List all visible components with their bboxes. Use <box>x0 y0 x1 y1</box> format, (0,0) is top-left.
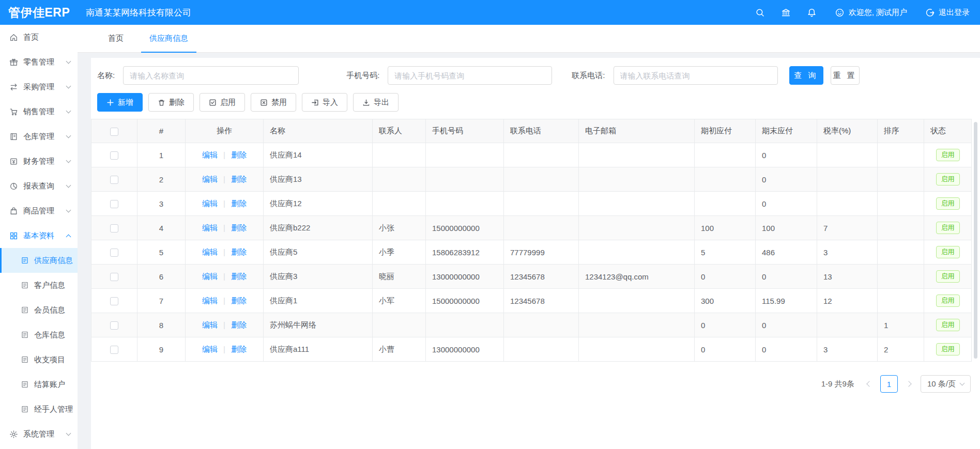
table-row: 9 编辑 | 删除 供应商a111 小曹 13000000000 0 0 3 2… <box>91 337 972 362</box>
cell-index: 5 <box>137 240 186 265</box>
link-separator: | <box>223 272 225 281</box>
edit-link[interactable]: 编辑 <box>202 320 218 329</box>
sidebar-subitem[interactable]: 收支项目 <box>0 347 78 372</box>
phone-label: 手机号码: <box>346 71 379 81</box>
delete-link[interactable]: 删除 <box>231 199 247 208</box>
edit-link[interactable]: 编辑 <box>202 175 218 183</box>
row-checkbox[interactable] <box>110 224 118 233</box>
reset-button[interactable]: 重 置 <box>831 66 860 85</box>
row-checkbox[interactable] <box>110 176 118 184</box>
delete-link[interactable]: 删除 <box>231 345 247 353</box>
sidebar-item-0[interactable]: 首页 <box>0 25 78 50</box>
welcome-text: 欢迎您, 测试用户 <box>849 8 907 18</box>
header-actions: 欢迎您, 测试用户 退出登录 <box>740 7 980 18</box>
tel-label: 联系电话: <box>572 71 605 81</box>
sidebar-subitem[interactable]: 客户信息 <box>0 273 78 298</box>
edit-link[interactable]: 编辑 <box>202 296 218 305</box>
select-all-checkbox[interactable] <box>110 128 118 136</box>
logout-button[interactable]: 退出登录 <box>925 7 970 18</box>
trash-icon <box>158 99 165 106</box>
tab-0[interactable]: 首页 <box>100 25 132 52</box>
sidebar-subitem[interactable]: 供应商信息 <box>0 248 78 273</box>
query-button[interactable]: 查 询 <box>789 66 823 85</box>
cell-opening-payable: 100 <box>695 216 756 240</box>
bell-icon[interactable] <box>807 7 817 18</box>
cell-email <box>579 192 695 216</box>
table-scrollbar[interactable] <box>974 122 977 359</box>
row-checkbox[interactable] <box>110 249 118 257</box>
sidebar-item-8[interactable]: 基本资料 <box>0 223 78 248</box>
import-button[interactable]: 导入 <box>302 93 347 112</box>
delete-link[interactable]: 删除 <box>231 223 247 232</box>
delete-link[interactable]: 删除 <box>231 296 247 305</box>
cell-mobile: 15806283912 <box>426 240 504 265</box>
next-page-button[interactable] <box>901 376 916 392</box>
sidebar-item-3[interactable]: 销售管理 <box>0 99 78 124</box>
delete-link[interactable]: 删除 <box>231 320 247 329</box>
tel-search-input[interactable] <box>614 66 778 85</box>
cell-mobile <box>426 143 504 167</box>
chevron-down-icon <box>66 183 71 188</box>
delete-link[interactable]: 删除 <box>231 175 247 183</box>
delete-link[interactable]: 删除 <box>231 272 247 281</box>
prev-page-button[interactable] <box>862 376 877 392</box>
chevron-down-icon <box>66 208 71 213</box>
column-header: 排序 <box>878 119 924 143</box>
row-checkbox[interactable] <box>110 346 118 354</box>
cell-tax-rate <box>817 167 878 192</box>
cell-tel: 12345678 <box>504 265 579 289</box>
delete-button[interactable]: 删除 <box>148 93 194 112</box>
cell-tax-rate: 13 <box>817 265 878 289</box>
row-checkbox[interactable] <box>110 297 118 305</box>
cell-email <box>579 216 695 240</box>
welcome-user[interactable]: 欢迎您, 测试用户 <box>835 7 907 18</box>
cell-status: 启用 <box>924 192 972 216</box>
enable-button[interactable]: 启用 <box>200 93 245 112</box>
export-button[interactable]: 导出 <box>353 93 399 112</box>
sidebar-item-7[interactable]: 商品管理 <box>0 198 78 223</box>
row-checkbox[interactable] <box>110 321 118 330</box>
sidebar-subitem[interactable]: 会员信息 <box>0 298 78 322</box>
row-checkbox[interactable] <box>110 151 118 160</box>
report-icon <box>9 182 18 191</box>
sidebar-item-6[interactable]: 报表查询 <box>0 174 78 198</box>
edit-link[interactable]: 编辑 <box>202 247 218 256</box>
name-search-input[interactable] <box>123 66 299 85</box>
sidebar-subitem[interactable]: 经手人管理 <box>0 397 78 422</box>
edit-link[interactable]: 编辑 <box>202 345 218 353</box>
sidebar-item-4[interactable]: 仓库管理 <box>0 124 78 149</box>
sidebar-item-5[interactable]: 财务管理 <box>0 149 78 174</box>
row-checkbox[interactable] <box>110 273 118 281</box>
sidebar-item-2[interactable]: 采购管理 <box>0 74 78 99</box>
cell-closing-payable: 100 <box>756 216 817 240</box>
cell-status: 启用 <box>924 265 972 289</box>
edit-link[interactable]: 编辑 <box>202 223 218 232</box>
cell-index: 3 <box>137 192 186 216</box>
sidebar-subitem[interactable]: 结算账户 <box>0 372 78 397</box>
cell-index: 7 <box>137 289 186 313</box>
page-size-select[interactable]: 10 条/页 <box>921 375 971 393</box>
sidebar-subitem[interactable]: 仓库信息 <box>0 322 78 347</box>
table-row: 7 编辑 | 删除 供应商1 小军 15000000000 12345678 3… <box>91 289 972 313</box>
cell-tel: 77779999 <box>504 240 579 265</box>
disable-button[interactable]: 禁用 <box>251 93 296 112</box>
finance-icon <box>9 157 18 166</box>
cell-mobile: 15000000000 <box>426 216 504 240</box>
edit-link[interactable]: 编辑 <box>202 150 218 159</box>
cell-opening-payable: 0 <box>695 337 756 362</box>
edit-link[interactable]: 编辑 <box>202 199 218 208</box>
phone-search-input[interactable] <box>388 66 552 85</box>
delete-link[interactable]: 删除 <box>231 247 247 256</box>
row-checkbox[interactable] <box>110 200 118 208</box>
edit-link[interactable]: 编辑 <box>202 272 218 281</box>
sidebar-item-9[interactable]: 系统管理 <box>0 422 78 446</box>
tab-1[interactable]: 供应商信息 <box>141 25 196 52</box>
delete-link[interactable]: 删除 <box>231 150 247 159</box>
search-icon[interactable] <box>755 7 765 18</box>
purchase-icon <box>9 83 18 91</box>
column-header: 期末应付 <box>756 119 817 143</box>
sidebar-item-1[interactable]: 零售管理 <box>0 50 78 74</box>
add-button[interactable]: 新增 <box>97 93 143 112</box>
bank-icon[interactable] <box>781 7 791 18</box>
page-number-1[interactable]: 1 <box>880 375 898 393</box>
